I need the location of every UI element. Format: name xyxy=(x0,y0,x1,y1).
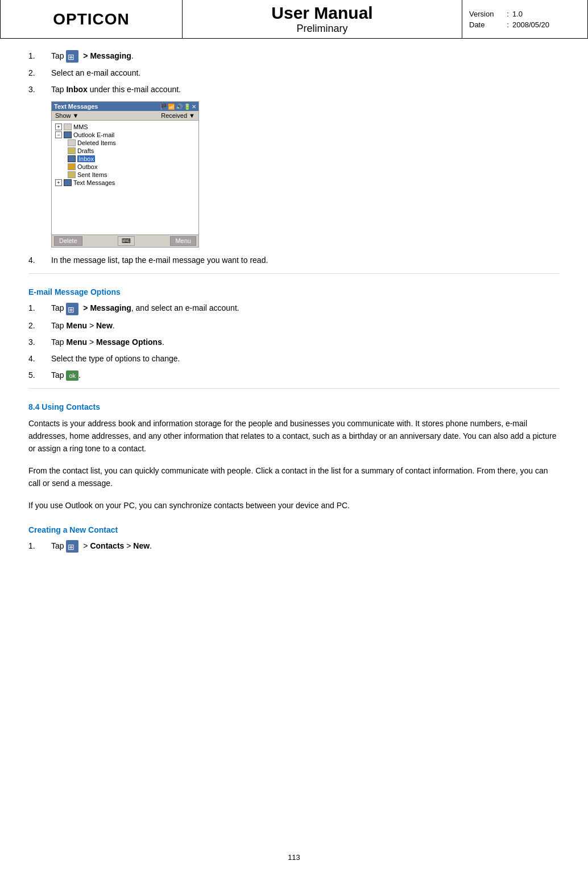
document-meta: Version : 1.0 Date : 2008/05/20 xyxy=(462,0,587,38)
tree-drafts: Drafts xyxy=(52,147,198,155)
options-step-1: 1. Tap > Messaging, and select an e-mail… xyxy=(28,302,560,315)
show-button: Show ▼ xyxy=(55,112,78,119)
using-contacts-heading: 8.4 Using Contacts xyxy=(28,402,560,411)
start-icon-3 xyxy=(66,540,78,553)
version-sep: : xyxy=(503,10,512,18)
screenshot: Text Messages 🏴 📶 🔊 🔋 ✕ Show ▼ Received … xyxy=(51,101,199,248)
screenshot-bottombar: Delete ⌨ Menu xyxy=(52,234,198,247)
divider1 xyxy=(28,273,560,274)
close-icon: ✕ xyxy=(192,104,196,110)
folder-icon-drafts xyxy=(68,147,76,154)
delete-button: Delete xyxy=(54,236,82,246)
version-value: 1.0 xyxy=(512,10,581,18)
page-footer: 113 xyxy=(0,853,588,862)
inbox-label: Inbox xyxy=(77,155,95,162)
signal-icon: 📶 xyxy=(168,104,175,110)
ok-button: ok xyxy=(66,370,78,381)
options-step-2: 2. Tap Menu > New. xyxy=(28,320,560,332)
inbox-steps: 1. Tap > Messaging. 2. Select an e-mail … xyxy=(28,50,560,96)
folder-icon-outlook xyxy=(64,131,72,138)
options-step-5: 5. Tap ok. xyxy=(28,369,560,381)
sub-title: Preliminary xyxy=(296,23,347,35)
minus-icon: − xyxy=(55,131,62,138)
plus-icon: + xyxy=(55,123,62,130)
options-step-3: 3. Tap Menu > Message Options. xyxy=(28,336,560,348)
screenshot-titlebar: Text Messages 🏴 📶 🔊 🔋 ✕ xyxy=(52,102,198,111)
page-content: 1. Tap > Messaging. 2. Select an e-mail … xyxy=(0,39,588,581)
step-1: 1. Tap > Messaging. xyxy=(28,50,560,63)
messaging-link: > Messaging xyxy=(83,51,131,60)
email-options-steps: 1. Tap > Messaging, and select an e-mail… xyxy=(28,302,560,381)
keyboard-icon: ⌨ xyxy=(118,236,135,246)
folder-icon-sent xyxy=(68,171,76,178)
version-row: Version : 1.0 xyxy=(469,10,581,18)
tree-deleted: Deleted Items xyxy=(52,139,198,147)
screenshot-body: + MMS − Outlook E-mail Deleted Items xyxy=(52,121,198,234)
screenshot-toolbar: Show ▼ Received ▼ xyxy=(52,111,198,121)
tree-sent: Sent Items xyxy=(52,171,198,179)
screenshot-title: Text Messages xyxy=(54,103,98,110)
date-sep: : xyxy=(503,20,512,29)
screenshot-spacer xyxy=(52,187,198,232)
email-options-heading: E-mail Message Options xyxy=(28,287,560,297)
date-label: Date xyxy=(469,20,503,29)
new-contact-steps: 1. Tap > Contacts > New. xyxy=(28,540,560,553)
battery-icon: 🔋 xyxy=(184,104,191,110)
flag-icon: 🏴 xyxy=(160,104,167,110)
page-header: OPTICON User Manual Preliminary Version … xyxy=(0,0,588,39)
inbox-bold: Inbox xyxy=(66,85,87,94)
step4-list: 4. In the message list, tap the e-mail m… xyxy=(28,254,560,266)
contacts-para3: If you use Outlook on your PC, you can s… xyxy=(28,499,560,512)
plus-icon-text: + xyxy=(55,179,62,186)
tree-textmessages: + Text Messages xyxy=(52,179,198,187)
received-button: Received ▼ xyxy=(161,112,195,119)
folder-icon-text xyxy=(64,179,72,186)
tree-outlook: − Outlook E-mail xyxy=(52,131,198,139)
folder-icon-mms xyxy=(64,123,72,130)
main-title: User Manual xyxy=(271,3,372,23)
version-label: Version xyxy=(469,10,503,18)
folder-icon-outbox xyxy=(68,163,76,170)
sound-icon: 🔊 xyxy=(176,104,183,110)
start-icon-2 xyxy=(66,303,78,315)
new-contact-step-1: 1. Tap > Contacts > New. xyxy=(28,540,560,553)
document-title: User Manual Preliminary xyxy=(183,0,462,38)
tree-mms: + MMS xyxy=(52,123,198,131)
date-value: 2008/05/20 xyxy=(512,20,581,29)
company-logo: OPTICON xyxy=(1,0,183,38)
step-4: 4. In the message list, tap the e-mail m… xyxy=(28,254,560,266)
screenshot-title-icons: 🏴 📶 🔊 🔋 ✕ xyxy=(160,104,196,110)
step-3: 3. Tap Inbox under this e-mail account. xyxy=(28,84,560,96)
date-row: Date : 2008/05/20 xyxy=(469,20,581,29)
options-step-4: 4. Select the type of options to change. xyxy=(28,353,560,365)
contacts-para2: From the contact list, you can quickly c… xyxy=(28,464,560,490)
page-number: 113 xyxy=(288,853,300,862)
step-2: 2. Select an e-mail account. xyxy=(28,67,560,79)
folder-icon-inbox xyxy=(68,155,76,162)
folder-icon-deleted xyxy=(68,139,76,146)
start-icon xyxy=(66,50,78,63)
menu-button: Menu xyxy=(170,236,196,246)
screenshot-container: Text Messages 🏴 📶 🔊 🔋 ✕ Show ▼ Received … xyxy=(51,101,560,248)
divider2 xyxy=(28,388,560,389)
creating-contact-heading: Creating a New Contact xyxy=(28,525,560,534)
tree-inbox: Inbox xyxy=(52,155,198,163)
contacts-para1: Contacts is your address book and inform… xyxy=(28,417,560,455)
tree-outbox: Outbox xyxy=(52,163,198,171)
